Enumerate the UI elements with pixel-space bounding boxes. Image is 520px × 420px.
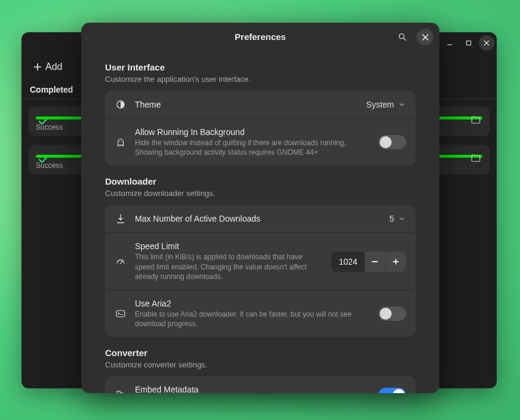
section-sub-ui: Customize the application's user interfa…: [105, 75, 416, 84]
svg-point-2: [399, 34, 404, 39]
speed-limit-desc: This limit (in KiB/s) is applied to down…: [135, 252, 323, 281]
section-heading-ui: User Interface: [105, 62, 416, 72]
max-active-label: Max Number of Active Downloads: [135, 214, 381, 223]
minimize-button[interactable]: [441, 34, 459, 52]
theme-value: System: [366, 100, 394, 109]
group-ui: Theme System Allow Running In Background…: [105, 91, 416, 165]
item-status: Success: [36, 161, 63, 170]
background-label: Allow Running In Background: [135, 127, 370, 137]
svg-rect-1: [467, 41, 471, 45]
embed-metadata-toggle[interactable]: [379, 388, 406, 393]
theme-label: Theme: [135, 100, 358, 109]
close-window-button[interactable]: [479, 35, 494, 51]
terminal-icon: [115, 308, 127, 319]
speedometer-icon: [115, 256, 127, 267]
embed-metadata-label: Embed Metadata: [135, 385, 370, 393]
maximize-button[interactable]: [460, 34, 478, 52]
row-embed-metadata: Embed Metadata If checked, video metadat…: [105, 376, 416, 393]
svg-point-5: [121, 141, 122, 142]
section-heading-converter: Converter: [105, 348, 416, 358]
section-heading-downloader: Downloader: [105, 176, 416, 186]
section-sub-downloader: Customize downloader settings.: [105, 189, 416, 198]
max-active-value: 5: [389, 214, 394, 223]
tab-completed[interactable]: Completed: [30, 85, 73, 94]
background-toggle[interactable]: [379, 135, 406, 149]
preferences-dialog: Preferences User Interface Customize the…: [81, 23, 439, 393]
svg-rect-0: [447, 44, 452, 45]
download-icon: [115, 213, 127, 224]
aria2-toggle[interactable]: [379, 306, 406, 321]
speed-limit-stepper: [331, 252, 406, 272]
chevron-down-icon: [398, 100, 406, 109]
svg-rect-7: [117, 391, 120, 393]
speed-limit-label: Speed Limit: [135, 241, 323, 251]
search-icon: [398, 32, 407, 42]
group-downloader: Max Number of Active Downloads 5 Speed L…: [105, 205, 416, 337]
close-dialog-button[interactable]: [417, 29, 433, 45]
aria2-label: Use Aria2: [135, 299, 370, 308]
section-sub-converter: Customize converter settings.: [105, 360, 416, 369]
item-status: Success: [36, 123, 63, 131]
speed-limit-decrement[interactable]: [365, 252, 385, 272]
row-speed-limit: Speed Limit This limit (in KiB/s) is app…: [105, 232, 416, 290]
theme-icon: [115, 99, 127, 110]
search-button[interactable]: [394, 29, 411, 45]
aria2-desc: Enable to use Aria2 downloader. It can b…: [135, 309, 370, 329]
add-button[interactable]: Add: [27, 58, 68, 76]
close-icon: [422, 34, 429, 41]
plus-icon: [33, 63, 42, 71]
row-theme[interactable]: Theme System: [105, 91, 416, 118]
folder-icon[interactable]: [470, 153, 481, 164]
group-converter: Embed Metadata If checked, video metadat…: [105, 376, 416, 393]
add-button-label: Add: [45, 62, 62, 72]
svg-rect-6: [116, 311, 125, 317]
background-desc: Hide the window instead of quitting if t…: [135, 138, 370, 157]
row-aria2: Use Aria2 Enable to use Aria2 downloader…: [105, 290, 416, 337]
dialog-header: Preferences: [81, 23, 439, 51]
dialog-title: Preferences: [235, 32, 286, 42]
row-max-active[interactable]: Max Number of Active Downloads 5: [105, 205, 416, 232]
speed-limit-input[interactable]: [331, 252, 365, 272]
metadata-icon: [115, 390, 127, 393]
folder-icon[interactable]: [470, 115, 481, 125]
svg-point-4: [119, 141, 120, 142]
row-background: Allow Running In Background Hide the win…: [105, 118, 416, 165]
chevron-down-icon: [398, 214, 406, 223]
speed-limit-increment[interactable]: [386, 252, 406, 272]
ghost-icon: [115, 137, 127, 148]
